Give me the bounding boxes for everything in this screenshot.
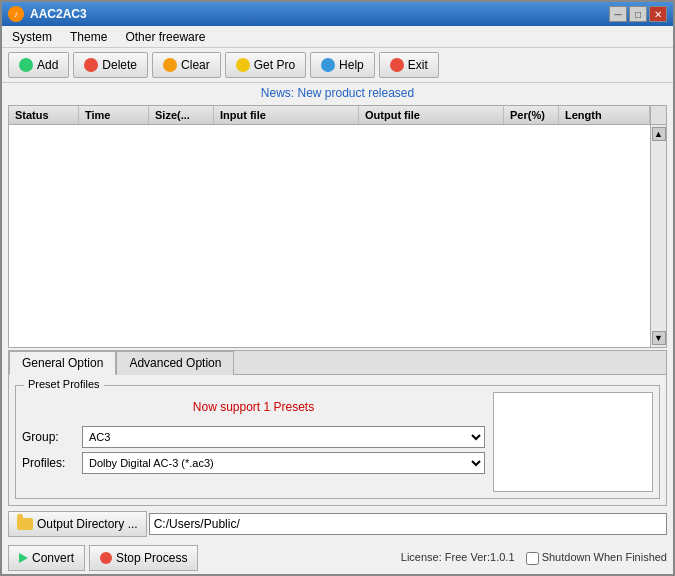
getpro-icon xyxy=(236,58,250,72)
output-dir-button[interactable]: Output Directory ... xyxy=(8,511,147,537)
tab-content-general: Preset Profiles Now support 1 Presets Gr… xyxy=(9,374,666,505)
tab-general[interactable]: General Option xyxy=(9,351,116,375)
minimize-button[interactable]: ─ xyxy=(609,6,627,22)
now-support-text: Now support 1 Presets xyxy=(22,392,485,422)
news-text: News: New product released xyxy=(261,86,414,100)
close-button[interactable]: ✕ xyxy=(649,6,667,22)
group-select[interactable]: AC3 xyxy=(82,426,485,448)
getpro-button[interactable]: Get Pro xyxy=(225,52,306,78)
clear-label: Clear xyxy=(181,58,210,72)
col-input: Input file xyxy=(214,106,359,124)
preset-profiles-label: Preset Profiles xyxy=(24,378,104,390)
group-label: Group: xyxy=(22,430,82,444)
preset-right-panel xyxy=(493,392,653,492)
col-time: Time xyxy=(79,106,149,124)
maximize-button[interactable]: □ xyxy=(629,6,647,22)
group-row: Group: AC3 xyxy=(22,426,485,448)
stop-process-button[interactable]: Stop Process xyxy=(89,545,198,571)
convert-button[interactable]: Convert xyxy=(8,545,85,571)
getpro-label: Get Pro xyxy=(254,58,295,72)
col-length: Length xyxy=(559,106,650,124)
bottom-bar: Convert Stop Process License: Free Ver:1… xyxy=(8,544,667,572)
clear-button[interactable]: Clear xyxy=(152,52,221,78)
menu-other-freeware[interactable]: Other freeware xyxy=(121,28,209,46)
news-bar: News: New product released xyxy=(2,83,673,103)
title-controls: ─ □ ✕ xyxy=(609,6,667,22)
delete-icon xyxy=(84,58,98,72)
scroll-down-btn[interactable]: ▼ xyxy=(652,331,666,345)
license-area: License: Free Ver:1.0.1 Shutdown When Fi… xyxy=(202,551,667,565)
preset-left: Now support 1 Presets Group: AC3 Profile… xyxy=(22,392,485,492)
clear-icon xyxy=(163,58,177,72)
add-icon xyxy=(19,58,33,72)
menu-bar: System Theme Other freeware xyxy=(2,26,673,48)
shutdown-label: Shutdown When Finished xyxy=(542,551,667,563)
folder-icon xyxy=(17,518,33,530)
exit-button[interactable]: Exit xyxy=(379,52,439,78)
scroll-up-btn[interactable]: ▲ xyxy=(652,127,666,141)
delete-label: Delete xyxy=(102,58,137,72)
main-window: ♪ AAC2AC3 ─ □ ✕ System Theme Other freew… xyxy=(0,0,675,576)
help-button[interactable]: Help xyxy=(310,52,375,78)
delete-button[interactable]: Delete xyxy=(73,52,148,78)
license-text: License: Free Ver:1.0.1 xyxy=(401,551,515,563)
col-per: Per(%) xyxy=(504,106,559,124)
profiles-row: Profiles: Dolby Digital AC-3 (*.ac3) xyxy=(22,452,485,474)
tab-advanced[interactable]: Advanced Option xyxy=(116,351,234,375)
table-header: Status Time Size(... Input file Output f… xyxy=(9,106,650,125)
title-bar: ♪ AAC2AC3 ─ □ ✕ xyxy=(2,2,673,26)
preset-profiles-group: Preset Profiles Now support 1 Presets Gr… xyxy=(15,385,660,499)
help-label: Help xyxy=(339,58,364,72)
col-size: Size(... xyxy=(149,106,214,124)
output-dir-path-input[interactable] xyxy=(149,513,667,535)
add-button[interactable]: Add xyxy=(8,52,69,78)
col-output: Output file xyxy=(359,106,504,124)
file-table: Status Time Size(... Input file Output f… xyxy=(8,105,667,348)
profiles-label: Profiles: xyxy=(22,456,82,470)
preset-inner: Now support 1 Presets Group: AC3 Profile… xyxy=(22,392,653,492)
shutdown-checkbox[interactable] xyxy=(526,552,539,565)
app-icon: ♪ xyxy=(8,6,24,22)
menu-theme[interactable]: Theme xyxy=(66,28,111,46)
toolbar: Add Delete Clear Get Pro Help Exit xyxy=(2,48,673,83)
scrollbar-top xyxy=(650,106,666,125)
title-bar-left: ♪ AAC2AC3 xyxy=(8,6,87,22)
options-area: General Option Advanced Option Preset Pr… xyxy=(8,350,667,506)
tabs: General Option Advanced Option xyxy=(9,351,666,374)
exit-label: Exit xyxy=(408,58,428,72)
profiles-select[interactable]: Dolby Digital AC-3 (*.ac3) xyxy=(82,452,485,474)
window-title: AAC2AC3 xyxy=(30,7,87,21)
exit-icon xyxy=(390,58,404,72)
play-icon xyxy=(19,553,28,563)
stop-icon xyxy=(100,552,112,564)
col-status: Status xyxy=(9,106,79,124)
stop-label: Stop Process xyxy=(116,551,187,565)
convert-label: Convert xyxy=(32,551,74,565)
help-icon xyxy=(321,58,335,72)
scrollbar-vertical[interactable]: ▲ ▼ xyxy=(650,125,666,347)
output-dir-bar: Output Directory ... xyxy=(8,510,667,538)
menu-system[interactable]: System xyxy=(8,28,56,46)
output-dir-label: Output Directory ... xyxy=(37,517,138,531)
add-label: Add xyxy=(37,58,58,72)
table-header-row: Status Time Size(... Input file Output f… xyxy=(9,106,666,125)
table-body xyxy=(9,125,650,347)
table-body-area: ▲ ▼ xyxy=(9,125,666,347)
